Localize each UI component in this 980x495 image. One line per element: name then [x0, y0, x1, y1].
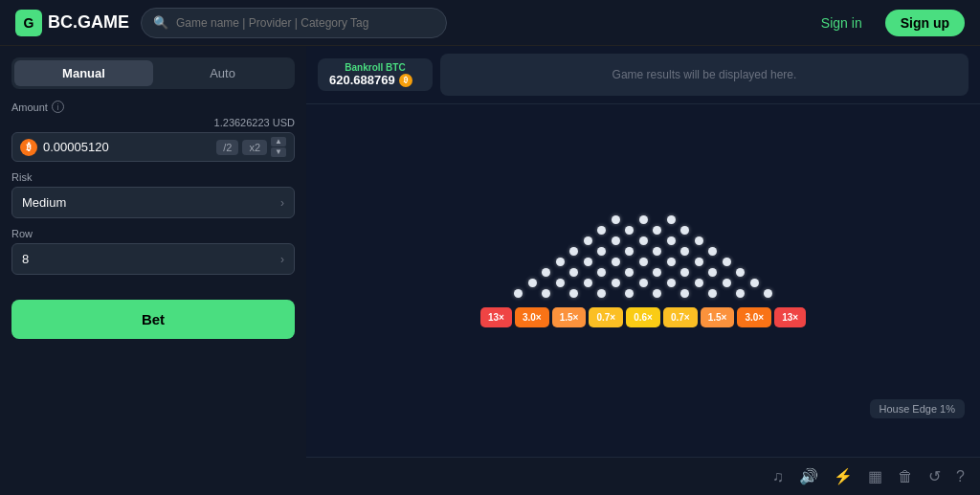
risk-row: Risk Medium ›: [11, 171, 295, 218]
peg: [695, 279, 703, 287]
multiplier-box: 13×: [480, 307, 512, 327]
peg: [542, 289, 550, 298]
tab-manual[interactable]: Manual: [14, 60, 153, 86]
spin-down-button[interactable]: ▼: [271, 147, 286, 157]
search-input[interactable]: [176, 16, 434, 30]
amount-row: Amount i 1.23626223 USD ₿ 0.00005120 /2 …: [11, 101, 295, 162]
spin-buttons: ▲ ▼: [271, 137, 286, 157]
divide-button[interactable]: /2: [216, 140, 238, 155]
right-panel: Bankroll BTC 620.688769 ₿ Game results w…: [306, 46, 980, 495]
peg: [680, 226, 689, 235]
peg: [680, 247, 689, 256]
peg: [695, 258, 703, 266]
game-topbar: Bankroll BTC 620.688769 ₿ Game results w…: [306, 46, 980, 104]
results-bar: Game results will be displayed here.: [440, 54, 969, 96]
signin-button[interactable]: Sign in: [810, 10, 874, 36]
peg: [625, 247, 634, 256]
peg: [667, 215, 676, 224]
peg: [556, 279, 565, 287]
peg-row-8: [504, 289, 782, 298]
tabs: Manual Auto: [11, 57, 295, 89]
amount-btc-value: 0.00005120: [43, 140, 211, 154]
peg: [653, 289, 661, 298]
peg: [750, 279, 759, 287]
peg: [667, 258, 676, 266]
peg: [723, 258, 731, 266]
peg: [569, 268, 578, 277]
peg: [584, 279, 592, 287]
peg: [653, 247, 661, 256]
peg: [764, 289, 772, 298]
peg: [736, 289, 745, 298]
peg: [736, 268, 745, 277]
header: G BC.GAME 🔍 Sign in Sign up: [0, 0, 980, 46]
peg: [569, 289, 578, 298]
multipliers-row: 13×3.0×1.5×0.7×0.6×0.7×1.5×3.0×13×: [480, 307, 806, 327]
help-icon[interactable]: ?: [956, 468, 965, 485]
search-icon: 🔍: [153, 15, 168, 30]
risk-value: Medium: [22, 195, 66, 210]
peg: [625, 268, 634, 277]
multiplier-box: 1.5×: [552, 307, 587, 327]
bankroll-coin-icon: ₿: [399, 74, 412, 87]
peg: [584, 258, 592, 266]
bankroll-box: Bankroll BTC 620.688769 ₿: [318, 58, 433, 91]
bet-button[interactable]: Bet: [11, 300, 295, 339]
peg: [653, 226, 661, 235]
multiplier-box: 0.7×: [663, 307, 698, 327]
peg: [708, 268, 717, 277]
grid-icon[interactable]: ▦: [868, 467, 882, 485]
peg-row-2: [588, 226, 699, 235]
peg: [528, 279, 537, 287]
amount-usd-display: 1.23626223 USD: [11, 117, 295, 128]
sound-icon[interactable]: 🔊: [799, 467, 818, 485]
plinko-container: 13×3.0×1.5×0.7×0.6×0.7×1.5×3.0×13×: [480, 215, 806, 327]
row-select[interactable]: 8 ›: [11, 243, 295, 275]
input-controls: /2 x2 ▲ ▼: [216, 137, 286, 157]
trash-icon[interactable]: 🗑: [898, 468, 913, 485]
peg: [597, 247, 606, 256]
amount-input-row: ₿ 0.00005120 /2 x2 ▲ ▼: [11, 132, 295, 162]
search-bar[interactable]: 🔍: [141, 8, 447, 38]
logo-icon: G: [15, 10, 42, 36]
tab-auto[interactable]: Auto: [153, 60, 292, 86]
peg: [625, 226, 634, 235]
peg-row-7: [519, 279, 768, 287]
peg: [612, 236, 620, 245]
amount-info-icon[interactable]: i: [52, 101, 64, 113]
peg: [708, 247, 717, 256]
peg: [639, 236, 648, 245]
peg: [695, 236, 703, 245]
peg: [542, 268, 550, 277]
logo: G BC.GAME: [15, 10, 129, 36]
form-section: Amount i 1.23626223 USD ₿ 0.00005120 /2 …: [0, 89, 306, 495]
multiply-button[interactable]: x2: [242, 140, 267, 155]
spin-up-button[interactable]: ▲: [271, 137, 286, 146]
peg: [723, 279, 731, 287]
peg: [639, 258, 648, 266]
logo-text: BC.GAME: [48, 12, 129, 33]
peg: [708, 289, 717, 298]
row-row: Row 8 ›: [11, 228, 295, 275]
music-icon[interactable]: ♫: [772, 468, 784, 485]
main-layout: Manual Auto Amount i 1.23626223 USD ₿ 0.…: [0, 46, 980, 495]
row-value: 8: [22, 252, 29, 266]
peg: [584, 236, 592, 245]
lightning-icon[interactable]: ⚡: [834, 467, 853, 485]
row-label: Row: [11, 228, 295, 239]
peg-row-4: [560, 247, 726, 256]
risk-chevron-icon: ›: [280, 196, 284, 210]
results-placeholder: Game results will be displayed here.: [612, 68, 797, 81]
game-area: 13×3.0×1.5×0.7×0.6×0.7×1.5×3.0×13× House…: [306, 104, 980, 457]
peg: [667, 236, 676, 245]
house-edge: House Edge 1%: [870, 399, 966, 418]
risk-label: Risk: [11, 171, 295, 183]
refresh-icon[interactable]: ↺: [928, 467, 941, 485]
peg: [653, 268, 661, 277]
multiplier-box: 13×: [774, 307, 806, 327]
risk-select[interactable]: Medium ›: [11, 187, 295, 218]
bankroll-value: 620.688769 ₿: [329, 73, 421, 87]
multiplier-box: 0.6×: [626, 307, 660, 327]
signup-button[interactable]: Sign up: [885, 10, 965, 36]
peg: [597, 289, 606, 298]
